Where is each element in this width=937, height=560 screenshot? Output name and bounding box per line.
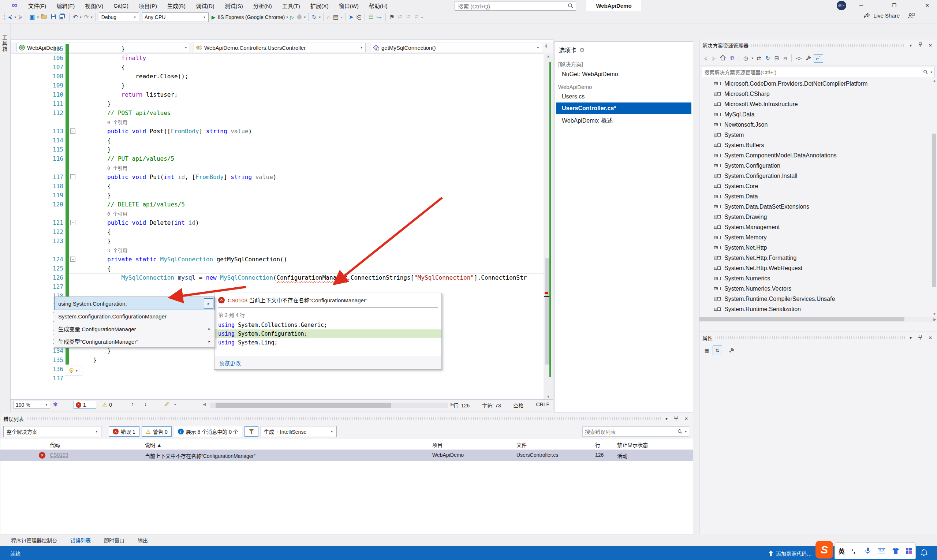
reference-item[interactable]: System.Drawing <box>700 212 937 222</box>
window-position-dropdown-icon[interactable]: ▾ <box>908 43 914 48</box>
warning-count-button[interactable]: ⚠0 <box>100 401 122 409</box>
fold-collapse-icon[interactable]: − <box>70 174 75 179</box>
undo-dropdown[interactable]: ▾ <box>79 15 82 19</box>
codelens-row[interactable]: 3 个引用 <box>11 246 543 255</box>
error-row[interactable]: ✕CS0103当前上下文中不存在名称“ConfigurationManager”… <box>0 450 693 461</box>
tab-well-item[interactable]: WebApiDemo: 概述 <box>554 114 693 126</box>
redo-dropdown[interactable]: ▾ <box>90 15 93 19</box>
next-issue-icon[interactable]: ↓ <box>144 401 147 407</box>
code-line-107[interactable]: 107 { <box>11 63 543 72</box>
reference-item[interactable]: System.Numerics <box>700 274 937 284</box>
preview-selected-items-icon[interactable]: ⌐˙ <box>814 54 823 63</box>
cursor-select-icon[interactable]: ➤ <box>347 14 355 20</box>
live-share-button[interactable]: Live Share <box>864 12 915 18</box>
close-panel-icon[interactable]: ✕ <box>927 43 934 48</box>
restart-icon[interactable]: ↻ <box>310 14 318 20</box>
solution-explorer-tree[interactable]: Microsoft.CodeDom.Providers.DotNetCompil… <box>700 79 937 316</box>
bottom-tab-3[interactable]: 输出 <box>138 537 148 544</box>
reference-item[interactable]: System.Management <box>700 222 937 232</box>
fold-collapse-icon[interactable]: − <box>70 128 75 134</box>
code-line-110[interactable]: 110 return listuser; <box>11 90 543 99</box>
reference-item[interactable]: Microsoft.CodeDom.Providers.DotNetCompil… <box>700 79 937 89</box>
save-all-icon[interactable] <box>58 14 67 21</box>
close-panel-icon[interactable]: ✕ <box>927 335 934 340</box>
reference-item[interactable]: System.Net.Http <box>700 243 937 253</box>
se-scroll-thumb[interactable] <box>932 134 936 287</box>
column-header-5[interactable]: 禁止显示状态 <box>617 441 648 448</box>
switch-views-icon[interactable]: ⧉ <box>728 54 736 62</box>
reference-item[interactable]: System.Numerics.Vectors <box>700 284 937 294</box>
start-without-debug-icon[interactable]: ▷ <box>289 14 296 20</box>
fold-collapse-icon[interactable]: − <box>70 257 75 262</box>
codelens-row[interactable]: 0 个引用 <box>11 209 543 218</box>
reference-item[interactable]: System.Net.Http.WebRequest <box>700 263 937 274</box>
start-debug-icon[interactable]: ▶ <box>210 14 217 20</box>
prev-bookmark-icon[interactable]: ⚐ <box>396 14 404 20</box>
pin-icon[interactable] <box>917 43 924 48</box>
navigate-back-icon[interactable]: ⮘ <box>6 14 14 20</box>
undo-icon[interactable]: ↶ <box>71 14 79 20</box>
scope-select[interactable]: 整个解决方案▾ <box>3 426 102 437</box>
skin-shirt-icon[interactable] <box>892 548 899 554</box>
warnings-filter-button[interactable]: ⚠ 警告 0 <box>142 426 172 437</box>
column-header-3[interactable]: 文件 <box>517 441 527 448</box>
code-line-125[interactable]: 125 { <box>11 264 543 273</box>
code-line-108[interactable]: 108 reader.Close(); <box>11 72 543 81</box>
reference-item[interactable]: System <box>700 130 937 140</box>
navigate-forward-icon[interactable]: ⮚ <box>17 14 24 20</box>
menu-item-5[interactable]: 生成(B) <box>163 2 190 9</box>
preview-changes-link[interactable]: 预览更改 <box>214 356 442 369</box>
ime-language-toggle[interactable]: 英 <box>839 546 845 555</box>
se-back-icon[interactable]: ⮘ <box>702 54 709 62</box>
ime-punctuation-toggle[interactable]: '， <box>852 547 858 554</box>
hot-reload-icon[interactable] <box>296 14 303 21</box>
reference-item[interactable]: Microsoft.CSharp <box>700 89 937 99</box>
health-indicator-icon[interactable]: ✾ <box>53 401 58 408</box>
refresh-icon[interactable]: ↻ <box>763 54 772 62</box>
column-header-2[interactable]: 项目 <box>432 441 443 448</box>
column-header-1[interactable]: 说明 ▲ <box>145 441 162 448</box>
reference-item[interactable]: System.Runtime.Serialization <box>700 304 937 314</box>
reference-item[interactable]: System.Runtime.CompilerServices.Unsafe <box>700 294 937 304</box>
new-project-icon[interactable]: ▣ <box>28 14 36 20</box>
code-line-111[interactable]: 111 } <box>11 99 543 108</box>
error-list-search-input[interactable]: 搜索错误列表 ▾ <box>582 426 689 437</box>
comment-lines-icon[interactable]: ⮓ <box>375 14 383 20</box>
column-header-0[interactable]: 代码 <box>50 441 60 448</box>
pending-changes-filter-icon[interactable]: ◷ <box>742 54 750 62</box>
start-debug-dropdown[interactable]: ▾ <box>286 15 289 19</box>
reference-item[interactable]: System.Configuration.Install <box>700 171 937 181</box>
solution-configuration-select[interactable]: Debug▾ <box>99 12 139 22</box>
new-project-dropdown[interactable]: ▾ <box>36 15 40 19</box>
editor-vertical-scrollbar[interactable]: ▲ ▼ <box>543 54 553 399</box>
code-line-115[interactable]: 115 } <box>11 145 543 154</box>
code-line-124[interactable]: 124− private static MySqlConnection getM… <box>11 255 543 264</box>
open-folder-icon[interactable] <box>40 14 49 20</box>
code-line-113[interactable]: 113− public void Post([FromBody] string … <box>11 127 543 136</box>
window-position-dropdown-icon[interactable]: ▾ <box>908 335 914 340</box>
code-line-119[interactable]: 119 } <box>11 191 543 200</box>
save-icon[interactable] <box>49 14 58 21</box>
reference-item[interactable]: System.Data.DataSetExtensions <box>700 202 937 212</box>
code-line-116[interactable]: 116 // PUT api/values/5 <box>11 154 543 163</box>
error-code-link[interactable]: CS0103 <box>50 452 68 458</box>
alphabetical-sort-icon[interactable]: ⇅ <box>712 346 722 355</box>
messages-filter-button[interactable]: i 展示 8 个消息中的 0 个 <box>174 426 242 437</box>
reference-item[interactable]: System.Buffers <box>700 140 937 151</box>
code-line-117[interactable]: 117− public void Put(int id, [FromBody] … <box>11 172 543 182</box>
code-line-106[interactable]: 106 finally <box>11 54 543 63</box>
code-cleanup-icon[interactable]: 🖉 <box>164 401 169 407</box>
pin-icon[interactable] <box>672 416 680 422</box>
menu-item-4[interactable]: 项目(P) <box>134 2 162 9</box>
codelens-row[interactable]: 0 个引用 <box>11 117 543 127</box>
notifications-bell-icon[interactable] <box>921 549 928 556</box>
close-button[interactable]: ✕ <box>919 0 935 11</box>
quick-fix-item-1[interactable]: System.Configuration.ConfigurationManage… <box>54 310 214 323</box>
quick-fix-item-0[interactable]: using System.Configuration;▸ <box>54 297 214 310</box>
column-header-4[interactable]: 行 <box>595 441 600 448</box>
solution-explorer-search-input[interactable]: 搜索解决方案资源管理器(Ctrl+;) ▾ <box>702 67 935 77</box>
code-cleanup-dropdown[interactable]: ▾ <box>174 403 177 406</box>
tab-well-item[interactable]: Users.cs <box>554 91 693 103</box>
sogou-ime-icon[interactable]: S <box>815 541 833 558</box>
error-list-header-row[interactable]: 代码说明 ▲项目文件行禁止显示状态 <box>0 439 693 450</box>
